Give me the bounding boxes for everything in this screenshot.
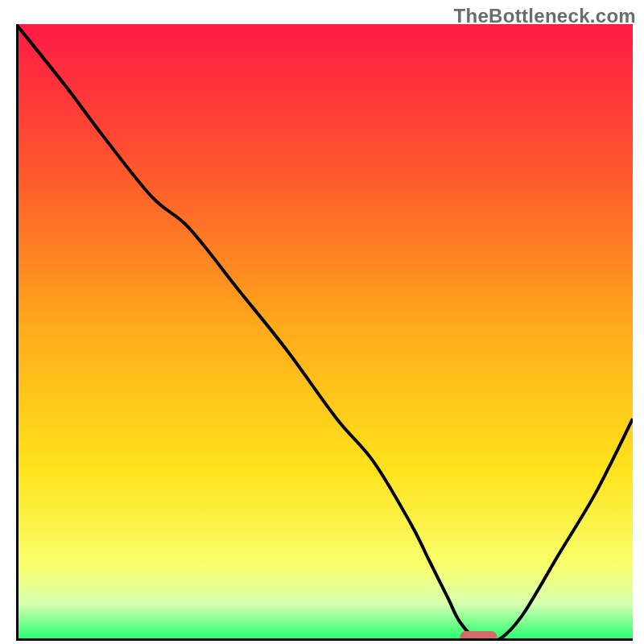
chart-container: TheBottleneck.com [0, 0, 644, 644]
bottleneck-chart [16, 24, 633, 641]
heat-background [16, 24, 633, 641]
